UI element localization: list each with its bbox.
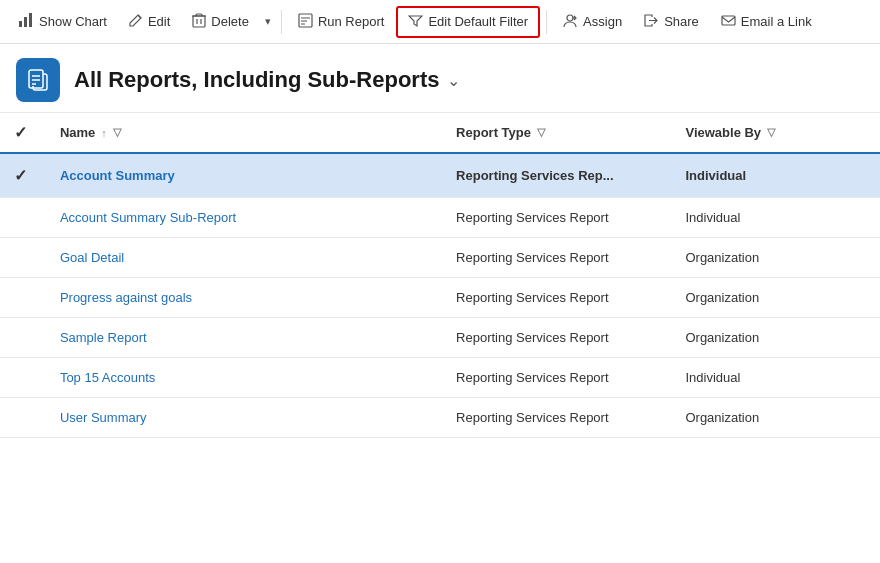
show-chart-button[interactable]: Show Chart bbox=[8, 7, 117, 36]
row-name-link[interactable]: Progress against goals bbox=[60, 290, 192, 305]
toolbar: Show Chart Edit Delete ▾ bbox=[0, 0, 880, 44]
row-checkmark: ✓ bbox=[14, 167, 27, 184]
toolbar-divider-1 bbox=[281, 10, 282, 34]
row-name-link[interactable]: User Summary bbox=[60, 410, 147, 425]
email-link-icon bbox=[721, 13, 736, 31]
page-icon bbox=[16, 58, 60, 102]
table-row[interactable]: User SummaryReporting Services ReportOrg… bbox=[0, 398, 880, 438]
show-chart-icon bbox=[18, 12, 34, 31]
row-check-cell[interactable] bbox=[0, 238, 46, 278]
run-report-label: Run Report bbox=[318, 14, 384, 29]
row-name-link[interactable]: Account Summary Sub-Report bbox=[60, 210, 236, 225]
reports-table-container: ✓ Name ↑ ▽ Report Type ▽ bbox=[0, 113, 880, 554]
col-check: ✓ bbox=[0, 113, 46, 153]
svg-rect-1 bbox=[24, 17, 27, 27]
svg-rect-2 bbox=[29, 13, 32, 27]
edit-icon bbox=[129, 13, 143, 30]
edit-default-filter-icon bbox=[408, 13, 423, 31]
header-checkmark: ✓ bbox=[14, 124, 27, 141]
row-viewable-by-cell: Organization bbox=[671, 398, 880, 438]
row-viewable-by-cell: Individual bbox=[671, 358, 880, 398]
row-report-type-cell: Reporting Services Report bbox=[442, 358, 671, 398]
row-report-type-cell: Reporting Services Report bbox=[442, 238, 671, 278]
edit-default-filter-button[interactable]: Edit Default Filter bbox=[396, 6, 540, 38]
row-name-cell[interactable]: Sample Report bbox=[46, 318, 442, 358]
svg-rect-0 bbox=[19, 21, 22, 27]
row-name-cell[interactable]: Account Summary bbox=[46, 153, 442, 198]
row-viewable-by-cell: Organization bbox=[671, 318, 880, 358]
row-viewable-by-cell: Individual bbox=[671, 153, 880, 198]
email-link-button[interactable]: Email a Link bbox=[711, 8, 822, 36]
delete-button[interactable]: Delete bbox=[182, 8, 259, 36]
row-report-type-cell: Reporting Services Report bbox=[442, 318, 671, 358]
row-name-link[interactable]: Top 15 Accounts bbox=[60, 370, 155, 385]
table-header-row: ✓ Name ↑ ▽ Report Type ▽ bbox=[0, 113, 880, 153]
title-chevron-icon[interactable]: ⌄ bbox=[447, 71, 460, 90]
row-name-link[interactable]: Goal Detail bbox=[60, 250, 124, 265]
row-viewable-by-cell: Organization bbox=[671, 278, 880, 318]
row-check-cell[interactable] bbox=[0, 398, 46, 438]
table-row[interactable]: ✓Account SummaryReporting Services Rep..… bbox=[0, 153, 880, 198]
assign-icon bbox=[563, 13, 578, 31]
edit-label: Edit bbox=[148, 14, 170, 29]
svg-rect-3 bbox=[193, 16, 205, 27]
share-icon bbox=[644, 13, 659, 31]
page-header: All Reports, Including Sub-Reports ⌄ bbox=[0, 44, 880, 113]
show-chart-label: Show Chart bbox=[39, 14, 107, 29]
col-report-type: Report Type ▽ bbox=[442, 113, 671, 153]
svg-rect-6 bbox=[722, 16, 735, 25]
more-actions-button[interactable]: ▾ bbox=[261, 10, 275, 33]
assign-label: Assign bbox=[583, 14, 622, 29]
share-button[interactable]: Share bbox=[634, 8, 709, 36]
row-name-cell[interactable]: User Summary bbox=[46, 398, 442, 438]
toolbar-divider-2 bbox=[546, 10, 547, 34]
row-name-cell[interactable]: Goal Detail bbox=[46, 238, 442, 278]
run-report-icon bbox=[298, 13, 313, 31]
svg-rect-7 bbox=[29, 70, 43, 88]
report-type-filter-icon[interactable]: ▽ bbox=[537, 126, 545, 139]
reports-table: ✓ Name ↑ ▽ Report Type ▽ bbox=[0, 113, 880, 438]
row-name-cell[interactable]: Account Summary Sub-Report bbox=[46, 198, 442, 238]
report-type-col-label: Report Type bbox=[456, 125, 531, 140]
table-row[interactable]: Sample ReportReporting Services ReportOr… bbox=[0, 318, 880, 358]
row-name-cell[interactable]: Top 15 Accounts bbox=[46, 358, 442, 398]
row-name-link[interactable]: Sample Report bbox=[60, 330, 147, 345]
delete-label: Delete bbox=[211, 14, 249, 29]
header-title-area: All Reports, Including Sub-Reports ⌄ bbox=[74, 67, 460, 93]
row-report-type-cell: Reporting Services Rep... bbox=[442, 153, 671, 198]
share-label: Share bbox=[664, 14, 699, 29]
row-report-type-cell: Reporting Services Report bbox=[442, 198, 671, 238]
row-check-cell[interactable] bbox=[0, 198, 46, 238]
table-row[interactable]: Account Summary Sub-ReportReporting Serv… bbox=[0, 198, 880, 238]
row-report-type-cell: Reporting Services Report bbox=[442, 278, 671, 318]
row-viewable-by-cell: Individual bbox=[671, 198, 880, 238]
viewable-by-col-label: Viewable By bbox=[685, 125, 761, 140]
row-check-cell[interactable] bbox=[0, 278, 46, 318]
page-title: All Reports, Including Sub-Reports bbox=[74, 67, 439, 93]
row-name-cell[interactable]: Progress against goals bbox=[46, 278, 442, 318]
table-body: ✓Account SummaryReporting Services Rep..… bbox=[0, 153, 880, 438]
viewable-by-filter-icon[interactable]: ▽ bbox=[767, 126, 775, 139]
edit-button[interactable]: Edit bbox=[119, 8, 180, 35]
table-row[interactable]: Goal DetailReporting Services ReportOrga… bbox=[0, 238, 880, 278]
col-name: Name ↑ ▽ bbox=[46, 113, 442, 153]
run-report-button[interactable]: Run Report bbox=[288, 8, 394, 36]
row-check-cell[interactable] bbox=[0, 318, 46, 358]
table-row[interactable]: Progress against goalsReporting Services… bbox=[0, 278, 880, 318]
email-link-label: Email a Link bbox=[741, 14, 812, 29]
col-viewable-by: Viewable By ▽ bbox=[671, 113, 880, 153]
name-filter-icon[interactable]: ▽ bbox=[113, 126, 121, 139]
row-name-link[interactable]: Account Summary bbox=[60, 168, 175, 183]
table-row[interactable]: Top 15 AccountsReporting Services Report… bbox=[0, 358, 880, 398]
row-report-type-cell: Reporting Services Report bbox=[442, 398, 671, 438]
row-check-cell[interactable]: ✓ bbox=[0, 153, 46, 198]
delete-icon bbox=[192, 13, 206, 31]
row-viewable-by-cell: Organization bbox=[671, 238, 880, 278]
assign-button[interactable]: Assign bbox=[553, 8, 632, 36]
name-sort-icon[interactable]: ↑ bbox=[101, 127, 107, 139]
name-col-label: Name bbox=[60, 125, 95, 140]
row-check-cell[interactable] bbox=[0, 358, 46, 398]
chevron-down-icon: ▾ bbox=[265, 15, 271, 28]
edit-default-filter-label: Edit Default Filter bbox=[428, 14, 528, 29]
